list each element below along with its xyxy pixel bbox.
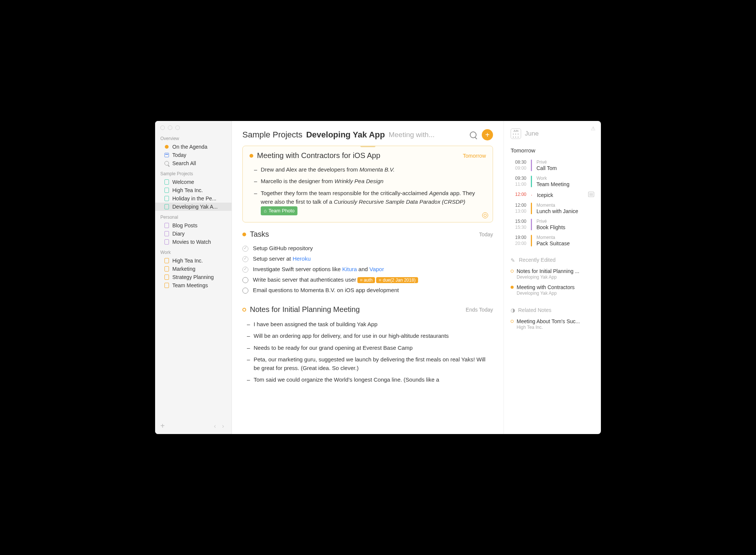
sidebar-item-high-tea[interactable]: High Tea Inc. xyxy=(155,186,232,194)
sidebar-item-today[interactable]: Today xyxy=(155,151,232,159)
task-checkbox[interactable] xyxy=(242,267,248,273)
breadcrumb-trail[interactable]: Meeting with... xyxy=(388,131,435,139)
note-tasks[interactable]: Tasks Today Setup GitHub repository Setu… xyxy=(242,230,493,295)
recent-list: Notes for Initial Planning ...Developing… xyxy=(504,267,601,299)
minimize-window[interactable] xyxy=(168,125,172,130)
note-meeting-contractors[interactable]: Meeting with Contractors for iOS App Tom… xyxy=(242,146,493,222)
sidebar-footer: + ‹ › xyxy=(155,418,232,434)
task-checkbox[interactable] xyxy=(242,288,248,294)
calendar-header[interactable]: JUN • • • • • • June xyxy=(504,128,601,145)
event-title: Pack Suitcase xyxy=(536,240,594,246)
list-item[interactable]: Meeting About Tom's Suc...High Tea Inc. xyxy=(504,317,601,333)
event-end-time: 15:30 xyxy=(511,225,526,230)
note-bullet: Tom said we could organize the World's l… xyxy=(249,374,493,385)
status-dot-icon xyxy=(511,320,514,323)
sidebar-item-strategy[interactable]: Strategy Planning xyxy=(155,273,232,281)
event-row[interactable]: 15:0015:30PrivéBook Flights xyxy=(504,216,601,233)
agenda-ring-icon xyxy=(242,308,246,312)
sidebar-item-label: Holiday in the Pe... xyxy=(172,195,217,201)
event-title: Book Flights xyxy=(536,224,594,230)
link[interactable]: Kitura xyxy=(342,266,357,272)
event-end-time: 13:00 xyxy=(511,209,526,214)
task-checkbox[interactable] xyxy=(242,277,248,283)
project-icon xyxy=(164,258,169,263)
calendar-icon xyxy=(164,152,169,158)
related-list: Meeting About Tom's Suc...High Tea Inc. xyxy=(504,317,601,333)
sidebar-item-work-high-tea[interactable]: High Tea Inc. xyxy=(155,257,232,265)
agenda-dot-icon xyxy=(250,154,253,158)
sidebar-item-label: Strategy Planning xyxy=(172,274,214,280)
sidebar-item-marketing[interactable]: Marketing xyxy=(155,265,232,273)
list-item-title: Meeting About Tom's Suc... xyxy=(517,318,580,324)
note-initial-planning[interactable]: Notes for Initial Planning Meeting Ends … xyxy=(242,305,493,386)
sidebar-item-developing-yak[interactable]: Developing Yak A... xyxy=(155,203,232,211)
sidebar-item-search-all[interactable]: Search All xyxy=(155,159,232,167)
link[interactable]: Heroku xyxy=(293,255,311,262)
list-item[interactable]: Notes for Initial Planning ...Developing… xyxy=(504,267,601,283)
event-title: Icepick xyxy=(537,192,582,198)
note-title: Notes for Initial Planning Meeting xyxy=(250,305,462,314)
event-dot-icon: · xyxy=(531,192,532,198)
event-calendar-name: Momenta xyxy=(536,203,594,208)
calendar-badge-icon: JUN • • • • • • xyxy=(511,128,521,139)
sidebar-item-label: Blog Posts xyxy=(172,222,197,228)
sidebar-section-sample-projects: Sample Projects xyxy=(155,167,232,178)
notes-scroll[interactable]: Meeting with Contractors for iOS App Tom… xyxy=(232,146,504,434)
event-end-time: 11:00 xyxy=(511,182,526,187)
sidebar-item-on-the-agenda[interactable]: On the Agenda xyxy=(155,143,232,151)
attachment-chip[interactable]: ⌂Team Photo xyxy=(261,206,297,215)
sidebar-item-movies[interactable]: Movies to Watch xyxy=(155,238,232,246)
month-label: June xyxy=(525,130,539,137)
note-icon xyxy=(588,192,594,197)
event-row[interactable]: 12:00·Icepick xyxy=(504,189,601,200)
history-nav[interactable]: ‹ › xyxy=(214,423,226,430)
sidebar-item-blog-posts[interactable]: Blog Posts xyxy=(155,221,232,230)
list-item-subtitle: Developing Yak App xyxy=(511,291,594,296)
event-row[interactable]: 08:3009:00PrivéCall Tom xyxy=(504,157,601,173)
tag-chip[interactable]: ⌗ due(2 Jan 2018) xyxy=(376,277,418,283)
status-dot-icon xyxy=(511,286,514,289)
project-icon xyxy=(164,196,169,201)
pencil-icon xyxy=(511,257,516,263)
note-date-meta: Today xyxy=(479,231,493,237)
event-row[interactable]: 12:0013:00MomentaLunch with Janice xyxy=(504,200,601,216)
event-title: Lunch with Janice xyxy=(536,208,594,214)
event-title: Call Tom xyxy=(536,165,594,171)
gear-icon[interactable] xyxy=(482,212,488,218)
sidebar-item-welcome[interactable]: Welcome xyxy=(155,178,232,186)
zoom-window[interactable] xyxy=(175,125,180,130)
event-calendar-name: Privé xyxy=(536,219,594,224)
breadcrumb-parent[interactable]: Sample Projects xyxy=(242,130,302,140)
add-note-button[interactable]: + xyxy=(482,129,493,140)
event-row[interactable]: 09:3011:00WorkTeam Meeting xyxy=(504,173,601,189)
task-checkbox[interactable] xyxy=(242,246,248,252)
event-list: 08:3009:00PrivéCall Tom09:3011:00WorkTea… xyxy=(504,157,601,249)
task-row: Setup server at Heroku xyxy=(242,254,493,264)
event-start-time: 09:30 xyxy=(511,176,526,181)
task-row: Investigate Swift server options like Ki… xyxy=(242,264,493,275)
sidebar-item-team-meetings[interactable]: Team Meetings xyxy=(155,281,232,289)
close-window[interactable] xyxy=(160,125,165,130)
note-date-meta: Ends Today xyxy=(466,307,493,313)
recently-edited-header: Recently Edited xyxy=(504,249,601,267)
event-row[interactable]: 19:0020:00MomentaPack Suitcase xyxy=(504,233,601,249)
add-project-button[interactable]: + xyxy=(160,422,165,430)
sidebar-item-diary[interactable]: Diary xyxy=(155,230,232,238)
project-icon xyxy=(164,275,169,280)
sidebar-item-label: Movies to Watch xyxy=(172,239,211,245)
sidebar-item-holiday[interactable]: Holiday in the Pe... xyxy=(155,194,232,203)
link[interactable]: Vapor xyxy=(369,266,384,272)
list-item-subtitle: High Tea Inc. xyxy=(511,325,594,330)
task-text: Setup server at Heroku xyxy=(253,255,311,262)
sidebar-item-label: Search All xyxy=(172,160,196,166)
breadcrumb-current[interactable]: Developing Yak App xyxy=(306,130,385,140)
event-end-time: 20:00 xyxy=(511,241,526,246)
task-checkbox[interactable] xyxy=(242,256,248,262)
main-header: Sample Projects Developing Yak App Meeti… xyxy=(232,121,504,146)
sidebar-section-overview: Overview xyxy=(155,132,232,143)
search-button[interactable] xyxy=(470,131,477,138)
project-icon xyxy=(164,188,169,193)
tag-chip[interactable]: ⌗ auth xyxy=(357,277,375,283)
list-item[interactable]: Meeting with ContractorsDeveloping Yak A… xyxy=(504,283,601,299)
project-icon xyxy=(164,239,169,245)
